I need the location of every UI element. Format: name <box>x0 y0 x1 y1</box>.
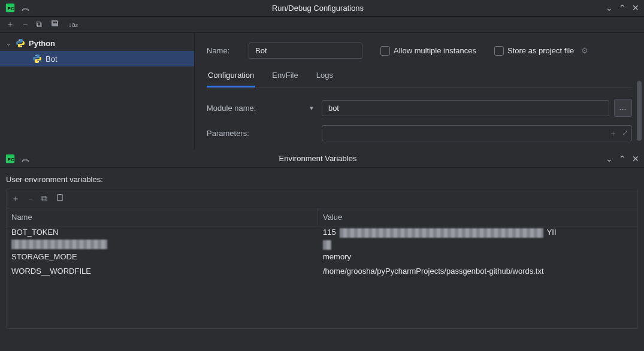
add-config-button[interactable]: ＋ <box>6 19 14 30</box>
chevron-down-icon: ⌄ <box>6 40 12 47</box>
env-var-value: /home/groosha/pyPycharmProjects/passgenb… <box>318 267 637 276</box>
svg-point-5 <box>35 55 37 56</box>
scrollbar[interactable] <box>637 81 642 141</box>
module-name-input[interactable] <box>322 100 609 116</box>
module-dropdown-icon[interactable]: ▼ <box>309 105 315 111</box>
allow-multiple-checkbox[interactable] <box>380 46 390 56</box>
expand-param-icon[interactable]: ⤢ <box>622 128 628 139</box>
module-name-label: Module name: <box>207 104 309 113</box>
env-var-name: WORDS__WORDFILE <box>7 267 318 276</box>
expand-up-icon[interactable]: ︽ <box>22 2 30 13</box>
store-as-project-checkbox[interactable] <box>494 46 504 56</box>
config-form: Name: Allow multiple instances Store as … <box>195 33 644 150</box>
env-var-value: memory <box>318 252 637 261</box>
column-value: Value <box>318 213 637 222</box>
copy-config-button[interactable]: ⧉ <box>36 19 42 29</box>
pycharm-icon: PC <box>5 153 16 164</box>
tree-item-bot[interactable]: Bot <box>0 51 194 66</box>
config-tabs: Configuration EnvFile Logs <box>207 71 632 88</box>
tab-configuration[interactable]: Configuration <box>207 71 255 87</box>
maximize-icon[interactable]: ⌃ <box>619 3 626 13</box>
parameters-label: Parameters: <box>207 129 309 138</box>
column-name: Name <box>7 208 318 226</box>
environment-variables-dialog: PC ︽ Environment Variables ⌄ ⌃ ✕ User en… <box>0 150 644 351</box>
run-debug-configurations-dialog: PC ︽ Run/Debug Configurations ⌄ ⌃ ✕ ＋ − … <box>0 0 644 150</box>
svg-point-4 <box>21 46 22 47</box>
remove-var-button[interactable]: − <box>28 194 33 204</box>
dialog-title: Environment Variables <box>30 154 606 163</box>
allow-multiple-label: Allow multiple instances <box>394 46 476 55</box>
minimize-icon[interactable]: ⌄ <box>606 3 613 13</box>
table-header: Name Value <box>7 208 637 226</box>
svg-rect-9 <box>58 195 62 201</box>
svg-text:+: + <box>56 19 59 23</box>
svg-point-6 <box>38 61 39 62</box>
save-template-button[interactable]: + <box>50 19 60 30</box>
close-icon[interactable]: ✕ <box>632 154 639 164</box>
user-env-label: User environment variables: <box>6 175 638 184</box>
svg-text:PC: PC <box>8 6 14 11</box>
parameters-input[interactable] <box>322 125 632 141</box>
table-row[interactable]: WORDS__WORDFILE/home/groosha/pyPycharmPr… <box>7 265 637 280</box>
svg-point-3 <box>19 40 20 41</box>
sort-alpha-button[interactable]: ↓az <box>68 21 78 28</box>
env-var-value: 115YII <box>318 228 637 250</box>
tab-logs[interactable]: Logs <box>315 71 334 87</box>
python-icon <box>16 38 25 48</box>
config-tree: ⌄ Python Bot <box>0 33 195 150</box>
title-bar: PC ︽ Environment Variables ⌄ ⌃ ✕ <box>0 150 644 168</box>
name-label: Name: <box>207 46 243 55</box>
expand-up-icon[interactable]: ︽ <box>22 153 30 164</box>
env-var-name: BOT_TOKEN <box>7 228 318 249</box>
dialog-title: Run/Debug Configurations <box>30 4 606 13</box>
store-as-project-label: Store as project file <box>507 46 574 55</box>
paste-var-button[interactable] <box>56 193 64 204</box>
svg-text:PC: PC <box>8 156 14 162</box>
browse-module-button[interactable]: ... <box>614 99 632 117</box>
env-table: ＋ − ⧉ Name Value BOT_TOKEN115YIISTORAGE_… <box>6 189 638 329</box>
gear-icon[interactable]: ⚙ <box>581 46 588 55</box>
minimize-icon[interactable]: ⌄ <box>606 154 613 164</box>
add-var-button[interactable]: ＋ <box>11 193 20 204</box>
title-bar: PC ︽ Run/Debug Configurations ⌄ ⌃ ✕ <box>0 0 644 17</box>
svg-rect-10 <box>59 194 61 195</box>
remove-config-button[interactable]: − <box>23 20 28 29</box>
pycharm-icon: PC <box>5 2 16 13</box>
table-row[interactable]: BOT_TOKEN115YII <box>7 226 637 251</box>
tree-category-python[interactable]: ⌄ Python <box>0 35 194 51</box>
add-param-icon[interactable]: ＋ <box>609 128 617 139</box>
table-row[interactable]: STORAGE_MODEmemory <box>7 251 637 265</box>
close-icon[interactable]: ✕ <box>632 3 639 13</box>
python-icon <box>32 54 42 63</box>
maximize-icon[interactable]: ⌃ <box>619 154 626 164</box>
config-toolbar: ＋ − ⧉ + ↓az <box>0 17 644 34</box>
name-input[interactable] <box>249 43 362 59</box>
copy-var-button[interactable]: ⧉ <box>41 193 47 204</box>
tab-envfile[interactable]: EnvFile <box>271 71 299 87</box>
env-var-name: STORAGE_MODE <box>7 252 318 261</box>
env-toolbar: ＋ − ⧉ <box>7 189 637 208</box>
